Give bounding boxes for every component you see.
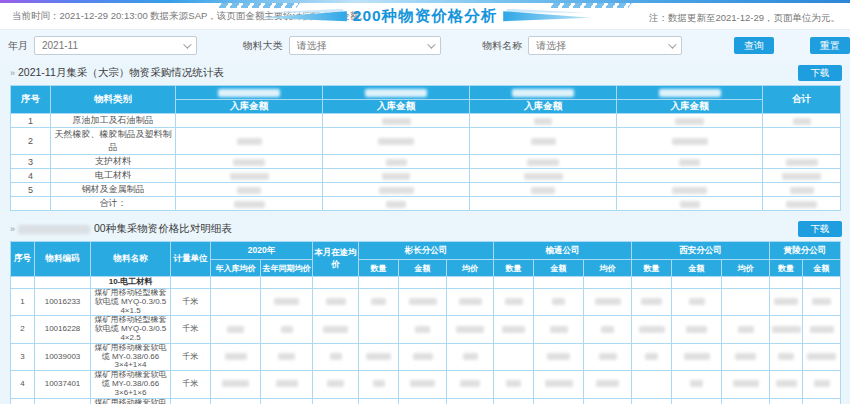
col-inbound-amount: 入库金额 bbox=[617, 100, 763, 114]
cell bbox=[584, 316, 632, 343]
cell bbox=[763, 169, 841, 183]
cell: 煤矿用移动橡套软电缆 MY-0.38/0.66 3×4+1×4 bbox=[91, 343, 171, 370]
month-select[interactable]: 2021-11 bbox=[34, 36, 197, 55]
redacted-value bbox=[463, 353, 478, 360]
redacted-value bbox=[684, 353, 710, 360]
redacted-value bbox=[814, 380, 830, 387]
table-row: 410037401煤矿用移动橡套软电缆 MY-0.38/0.66 3×6+1×6… bbox=[11, 371, 841, 398]
cell bbox=[261, 289, 313, 316]
section2-head: » 00种集采物资价格比对明细表 下载 bbox=[0, 217, 850, 241]
section-arrow-icon: » bbox=[10, 68, 15, 78]
cell bbox=[261, 343, 313, 370]
cell bbox=[672, 277, 722, 289]
redacted-value bbox=[534, 118, 552, 125]
redacted-value bbox=[733, 380, 759, 387]
col-material-code: 物料编码 bbox=[35, 242, 91, 277]
cell bbox=[261, 316, 313, 343]
reset-button[interactable]: 重置 bbox=[810, 37, 850, 54]
cell bbox=[313, 371, 359, 398]
month-label: 年月 bbox=[8, 39, 28, 53]
cell: 千米 bbox=[171, 371, 211, 398]
cell: 3 bbox=[11, 343, 35, 370]
cell bbox=[323, 128, 470, 155]
redacted-value bbox=[378, 138, 414, 145]
cell bbox=[447, 277, 494, 289]
col-group-2020: 2020年 bbox=[211, 242, 313, 260]
redacted-value bbox=[409, 298, 437, 305]
col-category: 物料类别 bbox=[51, 86, 176, 114]
cell bbox=[672, 289, 722, 316]
cell bbox=[803, 277, 841, 289]
current-time-note-wrap: 当前时间：2021-12-29 20:13:00 数据来源SAP，该页面金额主要… bbox=[0, 10, 300, 23]
cell: 5 bbox=[11, 398, 35, 404]
page-header: 当前时间：2021-12-29 20:13:00 数据来源SAP，该页面金额主要… bbox=[0, 3, 850, 30]
redacted-value bbox=[790, 187, 814, 194]
cell bbox=[313, 289, 359, 316]
query-button[interactable]: 查询 bbox=[734, 37, 774, 54]
redacted-company-name bbox=[512, 89, 574, 97]
cell bbox=[494, 398, 534, 404]
cell bbox=[770, 371, 803, 398]
col-avg: 均价 bbox=[584, 260, 632, 277]
cell bbox=[617, 155, 763, 169]
section1-title: 2021-11月集采（大宗）物资采购情况统计表 bbox=[18, 66, 224, 80]
cell bbox=[261, 371, 313, 398]
cell: 5 bbox=[11, 183, 51, 197]
material-major-select[interactable]: 请选择 bbox=[289, 36, 441, 55]
redacted-value bbox=[327, 380, 344, 387]
cell: 煤矿用移动橡套软电缆 MY-0.38/0.66 3×6+1×6 bbox=[91, 371, 171, 398]
redacted-value bbox=[237, 187, 261, 194]
current-time-note: 当前时间：2021-12-29 20:13:00 数据来源SAP，该页面金额主要… bbox=[12, 10, 369, 23]
col-qty: 数量 bbox=[359, 260, 399, 277]
cell: 支护材料 bbox=[51, 155, 176, 169]
cell: 天然橡胶、橡胶制品及塑料制品 bbox=[51, 128, 176, 155]
cell bbox=[359, 289, 399, 316]
cell bbox=[632, 289, 672, 316]
cell: 合计： bbox=[51, 197, 176, 211]
table-row: 5钢材及金属制品 bbox=[11, 183, 841, 197]
cell bbox=[359, 398, 399, 404]
cell bbox=[470, 169, 617, 183]
cell bbox=[803, 343, 841, 370]
cell bbox=[176, 128, 323, 155]
cell bbox=[35, 277, 91, 289]
material-name-select[interactable]: 请选择 bbox=[528, 36, 682, 55]
redacted-value bbox=[281, 326, 293, 333]
material-major-select-value: 请选择 bbox=[297, 39, 419, 53]
cell: 10016228 bbox=[35, 316, 91, 343]
section1-download-button[interactable]: 下载 bbox=[798, 65, 842, 81]
redacted-value bbox=[774, 298, 798, 305]
redacted-company-name bbox=[659, 89, 721, 97]
cell: 千米 bbox=[171, 289, 211, 316]
cell: 10021125 bbox=[35, 398, 91, 404]
section2-download-button[interactable]: 下载 bbox=[798, 221, 842, 237]
cell bbox=[584, 289, 632, 316]
redacted-value bbox=[641, 298, 662, 305]
cell: 煤矿用移动轻型橡套软电缆 MYQ-0.3/0.5 4×2.5 bbox=[91, 316, 171, 343]
cell bbox=[470, 155, 617, 169]
cell bbox=[399, 289, 447, 316]
cell: 3 bbox=[11, 155, 51, 169]
cell bbox=[632, 371, 672, 398]
cell bbox=[211, 343, 261, 370]
col-last-year-avg: 去年同期均价 bbox=[261, 260, 313, 277]
cell bbox=[470, 114, 617, 128]
redacted-value bbox=[373, 380, 385, 387]
chevron-down-icon bbox=[427, 40, 435, 48]
redacted-value bbox=[807, 353, 836, 360]
redacted-value bbox=[276, 380, 298, 387]
redacted-value bbox=[527, 159, 559, 166]
cell bbox=[447, 343, 494, 370]
cell bbox=[722, 316, 770, 343]
table-row: 合计： bbox=[11, 197, 841, 211]
cell bbox=[584, 398, 632, 404]
cell bbox=[261, 277, 313, 289]
redacted-value bbox=[274, 298, 299, 305]
redacted-value bbox=[237, 138, 262, 145]
redacted-company-name bbox=[365, 89, 427, 97]
material-name-label: 物料名称 bbox=[482, 39, 522, 53]
cell bbox=[359, 343, 399, 370]
col-qty: 数量 bbox=[770, 260, 803, 277]
table-row: 510021125煤矿用移动橡套软电缆 MY-0.38/0.66 3×35+1×… bbox=[11, 398, 841, 404]
redacted-value bbox=[222, 380, 249, 387]
